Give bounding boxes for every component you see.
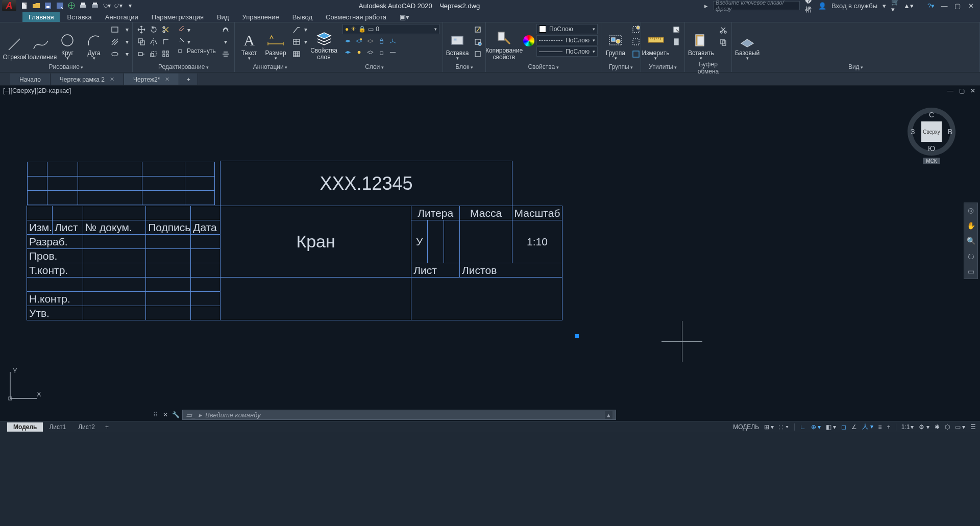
clipcopy-icon[interactable] <box>718 36 728 47</box>
save-icon[interactable] <box>44 2 52 10</box>
linetype-combo[interactable]: ПоСлою▾ <box>536 46 598 57</box>
nav-zoom-icon[interactable]: 🔍 <box>966 236 976 246</box>
maximize-button[interactable]: ▢ <box>953 2 962 10</box>
viewcube-face[interactable]: Сверху <box>921 121 942 142</box>
color-wheel-icon[interactable] <box>523 35 534 46</box>
copy-icon[interactable] <box>136 36 147 47</box>
a360-icon[interactable]: ▲▾ <box>904 2 913 10</box>
panel-view-title[interactable]: Вид <box>848 63 863 70</box>
saveas-icon[interactable] <box>56 2 64 10</box>
status-model[interactable]: МОДЕЛЬ <box>733 423 759 431</box>
offset-icon[interactable] <box>220 24 231 35</box>
scale-icon[interactable] <box>148 48 159 60</box>
tab-output[interactable]: Вывод <box>286 12 318 22</box>
status-dynucs-icon[interactable]: 人 ▾ <box>862 422 873 431</box>
status-annoadd-icon[interactable]: ⬡ <box>945 423 950 431</box>
viewport-label[interactable]: [–][Сверху][2D-каркас] <box>3 87 71 94</box>
laythw-icon[interactable] <box>354 47 364 57</box>
layer-props-button[interactable]: Свойства слоя <box>309 24 338 61</box>
status-ws-icon[interactable]: ▭ ▾ <box>955 423 965 431</box>
hatch-icon[interactable] <box>109 36 120 47</box>
redo-icon[interactable]: ▾ <box>114 2 122 10</box>
array-icon[interactable] <box>160 48 172 60</box>
nav-pan-icon[interactable]: ✋ <box>966 220 976 231</box>
circle-button[interactable]: Круг▾ <box>56 24 79 61</box>
layiso-icon[interactable] <box>342 36 353 46</box>
arc-button[interactable]: Дуга▾ <box>83 24 105 61</box>
print-icon[interactable] <box>91 2 99 10</box>
lineweight-combo[interactable]: ПоСлою▾ <box>536 35 598 45</box>
panel-modify-title[interactable]: Редактирование <box>158 63 209 70</box>
text-button[interactable]: AТекст▾ <box>238 24 260 61</box>
panel-groups-title[interactable]: Группы <box>609 63 633 70</box>
command-input[interactable]: ▭_ ▸ Введите команду ▴ <box>182 410 616 420</box>
ungroup-icon[interactable] <box>631 24 641 35</box>
leader-icon[interactable] <box>291 24 302 35</box>
paste-button[interactable]: Вставить▾ <box>688 24 714 61</box>
status-iso-icon[interactable]: ◧ ▾ <box>826 423 836 431</box>
close-icon[interactable]: ✕ <box>165 76 169 83</box>
status-custom-icon[interactable]: ☰ <box>970 423 976 431</box>
ellipse-icon[interactable] <box>109 48 120 60</box>
laymore-icon[interactable] <box>387 47 398 57</box>
qat-dropdown-icon[interactable]: ▾ <box>126 2 134 10</box>
create-block-icon[interactable] <box>473 24 483 35</box>
tab-collab[interactable]: Совместная работа <box>320 12 393 22</box>
layout-sheet1[interactable]: Лист1 <box>43 422 72 432</box>
status-polar-icon[interactable]: ⊕ ▾ <box>811 423 821 431</box>
insert-block-button[interactable]: Вставка▾ <box>446 24 469 61</box>
rotate-icon[interactable] <box>148 24 159 35</box>
tab-view[interactable]: Вид <box>211 12 235 22</box>
trim-icon[interactable] <box>160 24 172 35</box>
new-icon[interactable] <box>20 2 29 10</box>
status-annomon-icon[interactable]: + <box>887 423 891 431</box>
panel-block-title[interactable]: Блок <box>455 63 473 70</box>
align-icon[interactable] <box>220 48 231 60</box>
sign-in-link[interactable]: Вход в службы <box>831 2 877 10</box>
layout-new[interactable]: + <box>101 422 113 432</box>
layoff-icon[interactable] <box>365 36 375 46</box>
doctab-frame[interactable]: Чертеж рамка 2✕ <box>51 73 124 85</box>
tab-home[interactable]: Главная <box>22 12 60 22</box>
cmd-close-icon[interactable]: ✕ <box>162 411 169 418</box>
doctab-start[interactable]: Начало <box>10 73 51 85</box>
polyline-button[interactable]: Полилиния <box>30 24 52 61</box>
web-icon[interactable] <box>67 2 76 10</box>
table-icon[interactable] <box>291 48 302 60</box>
stretch-label-button[interactable]: Растянуть <box>178 47 216 55</box>
cmd-history-icon[interactable]: ▴ <box>605 411 612 419</box>
fillet-icon[interactable] <box>160 36 172 47</box>
status-osnap-icon[interactable]: ◻ <box>841 423 846 431</box>
baseview-button[interactable]: Базовый▾ <box>735 24 760 61</box>
panel-layers-title[interactable]: Слои <box>365 63 384 70</box>
minimize-button[interactable]: — <box>940 2 948 10</box>
status-grid-icon[interactable]: ⊞ ▾ <box>764 423 774 431</box>
status-gear-icon[interactable]: ⚙ ▾ <box>919 423 929 431</box>
layout-model[interactable]: Модель <box>7 422 43 432</box>
doctab-new[interactable]: + <box>179 73 198 85</box>
nav-wheel-icon[interactable]: ◎ <box>966 205 976 215</box>
cart-icon[interactable]: 🛒▾ <box>891 2 899 10</box>
panel-anno-title[interactable]: Аннотации <box>253 63 288 70</box>
user-icon[interactable]: 👤 <box>818 2 826 10</box>
viewcube-n[interactable]: С <box>929 111 934 119</box>
status-annoscale-icon[interactable]: ✱ <box>935 423 940 431</box>
match-props-button[interactable]: Копирование свойств <box>489 24 519 61</box>
layuniso-icon[interactable] <box>365 47 375 57</box>
help-icon[interactable]: ?▾ <box>927 2 935 10</box>
connectivity-icon[interactable]: �楮 <box>805 2 813 10</box>
calc-icon[interactable] <box>671 36 681 47</box>
wcs-label[interactable]: МСК <box>923 158 940 164</box>
layfrz-icon[interactable] <box>354 36 364 46</box>
cmd-handle-icon[interactable]: ⠿ <box>153 411 159 418</box>
viewcube-w[interactable]: З <box>911 128 915 136</box>
cmd-config-icon[interactable]: 🔧 <box>172 411 179 418</box>
layer-combo[interactable]: ● ☀ 🔒 ▭ 0 ▾ <box>342 24 439 34</box>
panel-draw-title[interactable]: Рисование <box>49 63 84 70</box>
tab-featured-apps[interactable]: ▣▾ <box>394 12 415 22</box>
line-button[interactable]: Отрезок <box>3 24 26 61</box>
viewcube-s[interactable]: Ю <box>928 144 935 153</box>
model-viewport[interactable]: XXX.12345 Кран Литера Масса Масштаб Изм.… <box>0 95 980 409</box>
viewcube-e[interactable]: В <box>948 128 952 136</box>
nav-orbit-icon[interactable]: ⭮ <box>966 251 976 261</box>
